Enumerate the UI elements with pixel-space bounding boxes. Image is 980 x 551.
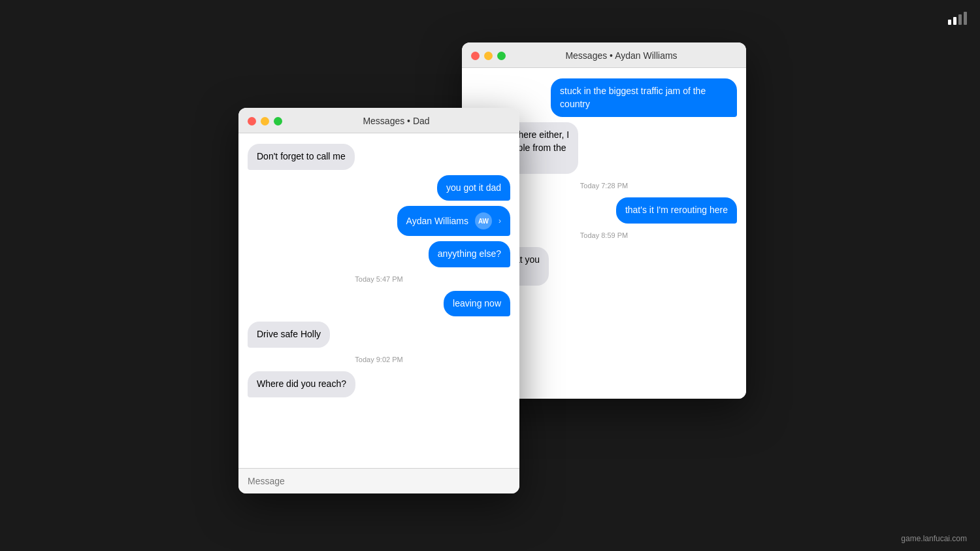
aydan-tl-yellow[interactable] [484,52,493,60]
dad-aydan-notif[interactable]: Aydan Williams AW › [397,206,510,236]
dad-msg-7: Drive safe Holly [248,322,330,348]
dad-msg-4: anyything else? [429,241,510,267]
aydan-tl-red[interactable] [471,52,480,60]
dad-window-title: Messages • Dad [282,116,510,126]
dad-tl-red[interactable] [248,117,256,125]
dad-input-area[interactable] [238,468,519,493]
aydan-titlebar: Messages • Aydan Williams [462,42,746,68]
aydan-msg-1: stuck in the biggest traffic jam of the … [551,78,737,117]
dad-ts-1: Today 5:47 PM [355,275,402,283]
aydan-window-title: Messages • Aydan Williams [506,50,737,61]
dad-msg-6: leaving now [444,291,510,317]
aydan-traffic-lights [471,52,506,60]
signal-bar-4 [964,12,967,25]
aydan-chevron-icon: › [498,216,501,225]
dad-msg-9: Where did you reach? [248,371,355,397]
dad-message-input[interactable] [248,476,510,486]
aydan-notif-name: Aydan Williams [406,216,468,226]
dad-ts-2: Today 9:02 PM [355,356,402,363]
dad-tl-yellow[interactable] [261,117,269,125]
dad-msg-2: you got it dad [437,175,510,201]
signal-bar-1 [948,20,951,25]
dad-tl-green[interactable] [274,117,282,125]
signal-bars [948,12,967,25]
dad-titlebar: Messages • Dad [238,108,519,133]
dad-msg-1: Don't forget to call me [248,144,355,170]
signal-bar-2 [953,17,956,25]
aydan-msg-4: that's it I'm rerouting here [616,197,737,224]
dad-messages-body[interactable]: Don't forget to call me you got it dad A… [238,133,519,468]
signal-bar-3 [958,14,962,25]
aydan-ts-2: Today 8:59 PM [580,231,628,239]
aydan-avatar: AW [475,212,492,229]
dad-traffic-lights [248,117,282,125]
aydan-ts-1: Today 7:28 PM [580,182,628,190]
aydan-tl-green[interactable] [497,52,506,60]
window-dad: Messages • Dad Don't forget to call me y… [238,108,519,493]
watermark: game.lanfucai.com [901,534,967,543]
